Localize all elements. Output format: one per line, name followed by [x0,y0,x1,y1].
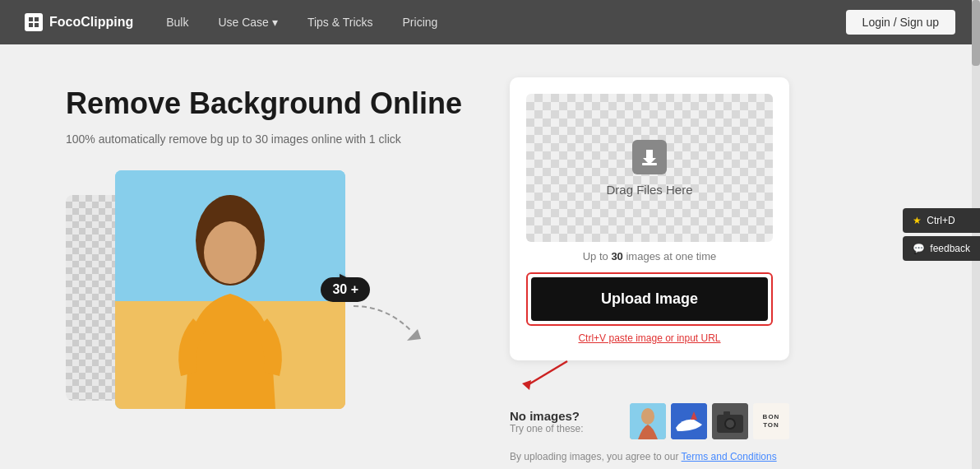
floating-buttons: ★ Ctrl+D 💬 feedback [903,208,980,261]
drag-text: Drag Files Here [606,183,692,197]
svg-rect-1 [35,17,39,21]
sample-thumb-camera[interactable] [712,403,748,439]
nav-logo[interactable]: FocoClipping [25,13,133,31]
svg-text:bon: bon [763,413,780,420]
logo-icon [25,13,43,31]
chevron-down-icon: ▾ [272,16,278,29]
demo-arrow [345,298,428,347]
sample-thumb-woman[interactable] [630,403,666,439]
svg-rect-3 [35,23,39,27]
paste-hint[interactable]: Ctrl+V paste image or input URL [526,332,773,344]
limit-text: Up to 30 images at one time [526,250,773,262]
svg-line-10 [526,361,567,386]
svg-rect-0 [29,17,33,21]
red-arrow [518,357,584,390]
terms-link[interactable]: Terms and Conditions [682,451,777,462]
nav-tips-tricks[interactable]: Tips & Tricks [307,16,373,29]
svg-point-19 [726,420,734,428]
right-panel: Drag Files Here Up to 30 images at one t… [510,77,914,462]
nav-pricing[interactable]: Pricing [403,16,438,29]
person-photo [115,170,345,409]
no-images-section: No images? Try one of these: [510,409,584,434]
nav-links: Bulk Use Case ▾ Tips & Tricks Pricing [166,16,812,29]
hero-title: Remove Background Online [66,86,477,121]
svg-rect-7 [646,150,653,158]
svg-rect-2 [29,23,33,27]
login-button[interactable]: Login / Sign up [846,10,955,35]
logo-text: FocoClipping [49,15,133,30]
svg-point-13 [641,408,654,425]
sample-thumbs: bon ton [630,403,789,439]
terms-row: By uploading images, you agree to our Te… [510,451,789,462]
svg-rect-20 [723,411,730,416]
svg-rect-9 [642,163,657,165]
bookmark-label: Ctrl+D [927,215,955,226]
svg-marker-11 [522,380,531,390]
scrollbar-thumb[interactable] [972,0,980,66]
try-text: Try one of these: [510,423,584,434]
upload-btn-wrap: Upload Image [526,272,773,326]
upload-box: Drag Files Here Up to 30 images at one t… [510,77,789,360]
navbar: FocoClipping Bulk Use Case ▾ Tips & Tric… [0,0,980,44]
image-demo: ▶ 30 + [66,170,378,417]
main-content: Remove Background Online 100% automatica… [0,44,980,469]
star-icon: ★ [913,215,922,226]
svg-marker-6 [407,329,421,341]
arrow-container [510,365,789,390]
upload-image-button[interactable]: Upload Image [531,277,768,321]
upload-arrow-icon [640,148,659,166]
hero-subtitle: 100% automatically remove bg up to 30 im… [66,132,477,146]
nav-use-case[interactable]: Use Case ▾ [218,16,277,29]
sample-row: No images? Try one of these: [510,403,789,439]
left-panel: Remove Background Online 100% automatica… [66,77,477,462]
sample-thumb-shoe[interactable] [671,403,707,439]
demo-photo [115,170,345,409]
svg-point-5 [204,221,257,284]
feedback-label: feedback [930,243,970,254]
nav-bulk[interactable]: Bulk [166,16,188,29]
svg-text:ton: ton [763,421,779,429]
no-images-label: No images? [510,409,584,423]
bookmark-button[interactable]: ★ Ctrl+D [903,208,980,233]
upload-icon-wrap [632,140,667,174]
chat-icon: 💬 [913,243,925,254]
drop-zone[interactable]: Drag Files Here [526,94,773,242]
nav-right: Login / Sign up [846,10,955,35]
sample-thumb-bonton[interactable]: bon ton [753,403,789,439]
feedback-button[interactable]: 💬 feedback [903,236,980,261]
